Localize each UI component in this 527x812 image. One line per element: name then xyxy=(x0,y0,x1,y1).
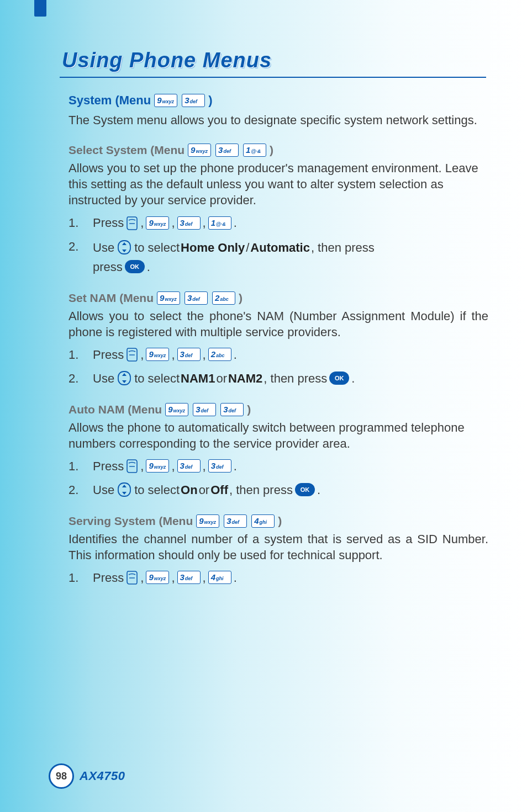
key-3: 3def xyxy=(215,144,239,157)
select-system-steps: 1. Press , 9wxyz , 3def , 1@·& . 2. xyxy=(68,214,488,275)
heading-select-system-prefix: Select System (Menu xyxy=(68,144,185,157)
step-number: 2. xyxy=(68,481,93,499)
top-accent-bar xyxy=(34,0,46,17)
key-3: 3def xyxy=(177,571,201,584)
key-1: 1@·& xyxy=(208,216,231,230)
key-1: 1@·& xyxy=(243,144,266,157)
key-3: 3def xyxy=(220,403,244,416)
step-body: Press , 9wxyz , 3def , 3def . xyxy=(93,457,488,475)
heading-select-system: Select System (Menu 9wxyz 3def 1@·& ) xyxy=(68,144,488,157)
step-row: 2. Use to select On or Off , then press … xyxy=(68,481,488,499)
option-home-only: Home Only xyxy=(181,238,245,257)
heading-auto-nam-prefix: Auto NAM (Menu xyxy=(68,403,162,416)
key-3: 3def xyxy=(224,514,247,528)
key-9: 9wxyz xyxy=(146,571,169,584)
select-system-description: Allows you to set up the phone producer'… xyxy=(68,160,488,208)
step-number: 2. xyxy=(68,369,93,388)
key-9: 9wxyz xyxy=(196,514,219,528)
step-number: 1. xyxy=(68,346,93,364)
heading-auto-nam-suffix: ) xyxy=(247,403,251,416)
step-row: 1. Press , 9wxyz , 3def , 2abc . xyxy=(68,346,488,364)
model-label: AX4750 xyxy=(80,769,125,783)
key-4: 4ghi xyxy=(251,514,275,528)
svg-marker-2 xyxy=(122,250,127,252)
key-3: 3def xyxy=(177,216,201,230)
serving-system-description: Identifies the channel number of a syste… xyxy=(68,531,488,563)
ok-key-icon: OK xyxy=(329,371,349,385)
heading-auto-nam: Auto NAM (Menu 9wxyz 3def 3def ) xyxy=(68,403,488,416)
nav-key-icon xyxy=(117,481,132,498)
step-row: 2. Use to select Home Only / Automatic ,… xyxy=(68,237,488,275)
key-2: 2abc xyxy=(208,348,231,361)
set-nam-description: Allows you to select the phone's NAM (Nu… xyxy=(68,308,488,340)
key-3: 3def xyxy=(185,291,208,305)
menu-soft-key-icon xyxy=(126,347,138,362)
key-3: 3def xyxy=(177,459,201,473)
key-3: 3def xyxy=(193,403,216,416)
menu-soft-key-icon xyxy=(126,458,138,474)
key-3: 3def xyxy=(208,459,231,473)
svg-marker-8 xyxy=(122,492,127,495)
key-9: 9wxyz xyxy=(146,216,169,230)
step-row: 2. Use to select NAM1 or NAM2 , then pre… xyxy=(68,369,488,388)
ok-key-icon: OK xyxy=(125,260,145,273)
system-description: The System menu allows you to designate … xyxy=(68,112,488,128)
nav-key-icon xyxy=(117,370,132,386)
step-body: Press , 9wxyz , 3def , 2abc . xyxy=(93,346,488,364)
key-9: 9wxyz xyxy=(165,403,188,416)
menu-soft-key-icon xyxy=(126,570,138,585)
step-number: 1. xyxy=(68,457,93,475)
option-nam2: NAM2 xyxy=(228,369,262,388)
key-4: 4ghi xyxy=(208,571,231,584)
step-row: 1. Press , 9wxyz , 3def , 4ghi . xyxy=(68,569,488,587)
option-automatic: Automatic xyxy=(250,238,310,257)
heading-serving-system: Serving System (Menu 9wxyz 3def 4ghi ) xyxy=(68,514,488,528)
nav-key-icon xyxy=(117,239,132,256)
step-row: 1. Press , 9wxyz , 3def , 3def . xyxy=(68,457,488,475)
serving-system-steps: 1. Press , 9wxyz , 3def , 4ghi . xyxy=(68,569,488,587)
set-nam-steps: 1. Press , 9wxyz , 3def , 2abc . 2. Use xyxy=(68,346,488,388)
svg-marker-1 xyxy=(122,242,127,245)
auto-nam-description: Allows the phone to automatically switch… xyxy=(68,420,488,452)
svg-marker-7 xyxy=(122,485,127,487)
svg-marker-4 xyxy=(122,373,127,376)
heading-set-nam-suffix: ) xyxy=(239,291,243,305)
key-9: 9wxyz xyxy=(146,459,169,473)
step-body: Press , 9wxyz , 3def , 1@·& . xyxy=(93,214,488,232)
heading-serving-system-suffix: ) xyxy=(278,514,282,528)
heading-select-system-suffix: ) xyxy=(270,144,273,157)
key-9: 9wxyz xyxy=(154,94,177,107)
key-9: 9wxyz xyxy=(157,291,180,305)
page-content: Using Phone Menus System (Menu 9wxyz 3de… xyxy=(0,0,527,587)
option-off: Off xyxy=(210,481,228,499)
key-9: 9wxyz xyxy=(188,144,211,157)
menu-soft-key-icon xyxy=(126,215,138,231)
svg-marker-5 xyxy=(122,380,127,383)
key-3: 3def xyxy=(177,348,201,361)
step-body: Use to select Home Only / Automatic , th… xyxy=(93,237,488,275)
page-footer: 98 AX4750 xyxy=(49,763,125,789)
chapter-title: Using Phone Menus xyxy=(62,49,488,72)
step-number: 1. xyxy=(68,214,93,232)
heading-set-nam-prefix: Set NAM (Menu xyxy=(68,291,154,305)
key-3: 3def xyxy=(182,94,205,107)
key-2: 2abc xyxy=(212,291,235,305)
page-number-badge: 98 xyxy=(49,763,74,789)
step-number: 2. xyxy=(68,237,93,256)
step-row: 1. Press , 9wxyz , 3def , 1@·& . xyxy=(68,214,488,232)
ok-key-icon: OK xyxy=(295,483,315,496)
step-body: Use to select NAM1 or NAM2 , then press … xyxy=(93,369,488,388)
step-body: Press , 9wxyz , 3def , 4ghi . xyxy=(93,569,488,587)
heading-system-prefix: System (Menu xyxy=(68,93,151,108)
option-nam1: NAM1 xyxy=(181,369,215,388)
heading-system-suffix: ) xyxy=(208,93,212,108)
step-body: Use to select On or Off , then press OK … xyxy=(93,481,488,499)
content-column: System (Menu 9wxyz 3def ) The System men… xyxy=(62,93,488,587)
auto-nam-steps: 1. Press , 9wxyz , 3def , 3def . 2. Use xyxy=(68,457,488,499)
key-9: 9wxyz xyxy=(146,348,169,361)
step-number: 1. xyxy=(68,569,93,587)
heading-system: System (Menu 9wxyz 3def ) xyxy=(68,93,488,108)
heading-serving-system-prefix: Serving System (Menu xyxy=(68,514,193,528)
heading-set-nam: Set NAM (Menu 9wxyz 3def 2abc ) xyxy=(68,291,488,305)
option-on: On xyxy=(181,481,198,499)
